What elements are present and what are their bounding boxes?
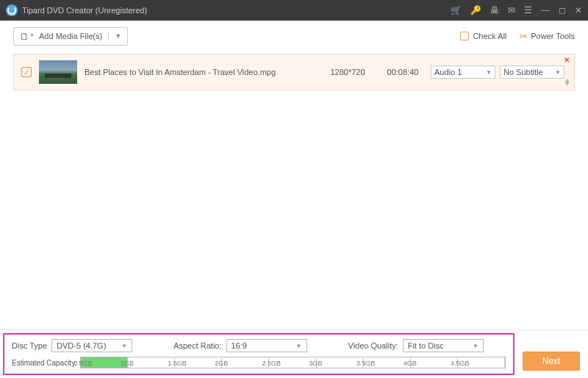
check-all-toggle[interactable]: Check All — [460, 32, 506, 40]
maximize-icon[interactable]: ◻ — [559, 5, 566, 15]
audio-value: Audio 1 — [434, 68, 462, 76]
tools-icon: ✂ — [520, 31, 528, 42]
disc-type-select[interactable]: DVD-5 (4.7G) ▼ — [51, 339, 132, 352]
power-tools-button[interactable]: ✂ Power Tools — [520, 31, 575, 42]
subtitle-value: No Subtitle — [503, 68, 543, 76]
remove-file-icon[interactable]: ✕ — [564, 56, 570, 64]
capacity-bar: 0.5GB1GB1.5GB2GB2.5GB3GB3.5GB4GB4.5GB — [80, 357, 506, 368]
chevron-down-icon: ▼ — [486, 69, 492, 76]
video-quality-value: Fit to Disc — [408, 341, 444, 350]
file-name: Best Places to Visit In Amsterdam - Trav… — [85, 68, 318, 76]
file-resolution: 1280*720 — [318, 68, 377, 76]
power-tools-label: Power Tools — [531, 32, 575, 40]
file-checkbox[interactable]: ✓ — [21, 67, 32, 77]
disc-type-label: Disc Type — [12, 341, 47, 350]
subtitle-select[interactable]: No Subtitle ▼ — [500, 65, 564, 79]
cart-icon[interactable]: 🛒 — [451, 5, 462, 15]
window-title: Tipard DVD Creator (Unregistered) — [22, 6, 451, 15]
close-icon[interactable]: ✕ — [575, 5, 582, 15]
disc-type-value: DVD-5 (4.7G) — [57, 341, 106, 350]
capacity-label: Estimated Capacity: — [12, 359, 77, 367]
capacity-tick: 4.5GB — [458, 357, 505, 368]
disc-settings-panel: Disc Type DVD-5 (4.7G) ▼ Aspect Ratio: 1… — [3, 333, 514, 375]
chevron-down-icon: ▼ — [296, 343, 302, 349]
add-media-button[interactable]: 🗋⁺ Add Media File(s) ▼ — [13, 27, 128, 46]
file-row[interactable]: ✓ Best Places to Visit In Amsterdam - Tr… — [13, 54, 575, 90]
chevron-down-icon: ▼ — [473, 343, 478, 349]
checkbox-icon — [460, 32, 469, 40]
menu-icon[interactable]: ☰ — [524, 5, 532, 15]
app-logo-icon — [6, 4, 18, 16]
minimize-icon[interactable]: — — [541, 5, 550, 15]
next-button[interactable]: Next — [523, 352, 581, 371]
chevron-down-icon: ▼ — [555, 69, 561, 76]
add-file-icon: 🗋⁺ — [20, 31, 35, 42]
aspect-ratio-label: Aspect Ratio: — [173, 341, 221, 350]
reorder-handle-icon[interactable]: ▴▾ — [565, 78, 570, 85]
aspect-ratio-value: 16:9 — [232, 341, 247, 350]
file-duration: 00:08:40 — [377, 68, 429, 76]
chevron-down-icon: ▼ — [121, 343, 127, 349]
mail-icon[interactable]: ✉ — [508, 5, 515, 15]
video-quality-select[interactable]: Fit to Disc ▼ — [403, 339, 484, 352]
audio-select[interactable]: Audio 1 ▼ — [431, 65, 495, 79]
chevron-down-icon: ▼ — [108, 32, 121, 40]
video-quality-label: Video Quality: — [348, 341, 398, 350]
key-icon[interactable]: 🔑 — [470, 5, 481, 15]
aspect-ratio-select[interactable]: 16:9 ▼ — [226, 339, 307, 352]
print-icon[interactable]: 🖶 — [490, 5, 499, 15]
video-thumbnail — [39, 60, 77, 84]
check-all-label: Check All — [473, 32, 506, 40]
add-media-label: Add Media File(s) — [39, 32, 102, 40]
